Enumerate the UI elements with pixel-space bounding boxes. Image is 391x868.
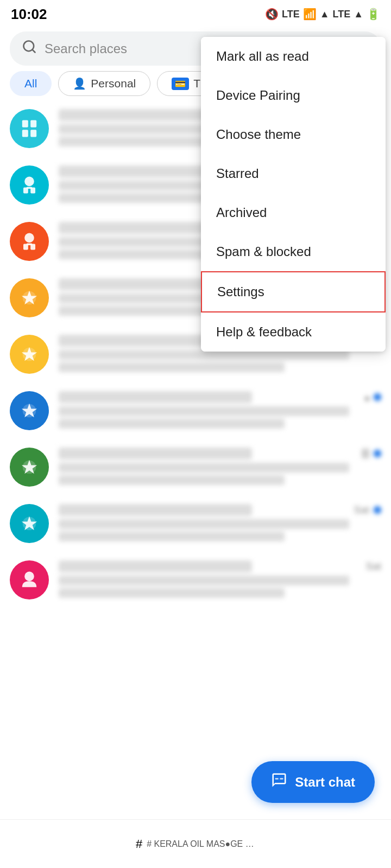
svg-rect-10 (27, 187, 33, 189)
tab-all[interactable]: All (10, 71, 52, 96)
chat-content (59, 391, 381, 429)
chat-item[interactable] (0, 382, 391, 439)
avatar (10, 278, 49, 317)
lte2-icon: LTE (333, 9, 351, 20)
svg-line-1 (32, 49, 35, 52)
avatar (10, 448, 49, 487)
menu-item-device-pairing[interactable]: Device Pairing (201, 76, 386, 115)
chat-item[interactable]: Sat (0, 552, 391, 608)
card-icon: 💳 (172, 78, 189, 90)
chat-item[interactable] (0, 439, 391, 495)
tab-personal[interactable]: 👤 Personal (58, 71, 150, 96)
wifi-icon: 📶 (303, 8, 317, 21)
battery-icon: 🔋 (367, 8, 380, 21)
svg-point-20 (24, 572, 34, 582)
signal2-icon: ▲ (354, 9, 363, 20)
status-bar: 10:02 🔇 LTE 📶 ▲ LTE ▲ 🔋 (0, 0, 391, 27)
avatar (10, 391, 49, 430)
svg-rect-4 (30, 120, 36, 127)
avatar (10, 109, 49, 148)
menu-item-mark-all-read[interactable]: Mark all as read (201, 37, 386, 76)
tab-personal-label: Personal (91, 77, 136, 90)
svg-rect-3 (22, 120, 28, 127)
svg-point-7 (24, 177, 34, 187)
lte-icon: LTE (282, 9, 300, 20)
menu-item-archived[interactable]: Archived (201, 193, 386, 232)
chat-content (59, 448, 381, 485)
bottom-nav-text: # KERALA OIL MAS●GE DONE BY YOU FEMALE T… (147, 839, 255, 849)
search-icon (22, 39, 37, 58)
chat-content: Sat (59, 560, 381, 598)
svg-rect-14 (27, 244, 33, 246)
bottom-nav: # # KERALA OIL MAS●GE DONE BY YOU FEMALE… (0, 819, 391, 868)
signal-icon: ▲ (320, 9, 330, 20)
search-placeholder: Search places (45, 41, 127, 56)
dropdown-menu: Mark all as read Device Pairing Choose t… (201, 37, 386, 352)
svg-rect-5 (22, 130, 28, 137)
svg-rect-21 (275, 778, 279, 780)
status-icons: 🔇 LTE 📶 ▲ LTE ▲ 🔋 (265, 8, 380, 21)
sat-label: Sat (354, 504, 369, 516)
tab-all-label: All (24, 77, 37, 90)
person-icon: 👤 (73, 77, 86, 90)
svg-point-11 (24, 233, 34, 243)
avatar (10, 222, 49, 261)
svg-rect-6 (30, 130, 36, 137)
menu-item-help-feedback[interactable]: Help & feedback (201, 312, 386, 352)
hash-icon: # (136, 837, 142, 851)
menu-item-settings[interactable]: Settings (201, 271, 386, 312)
svg-rect-22 (280, 778, 283, 780)
start-chat-fab[interactable]: Start chat (251, 761, 375, 803)
avatar (10, 165, 49, 205)
menu-item-choose-theme[interactable]: Choose theme (201, 115, 386, 154)
avatar (10, 560, 49, 599)
status-time: 10:02 (11, 6, 47, 23)
chat-content: Sat (59, 504, 381, 541)
bottom-nav-content: # # KERALA OIL MAS●GE DONE BY YOU FEMALE… (125, 837, 266, 851)
menu-item-spam-blocked[interactable]: Spam & blocked (201, 232, 386, 271)
menu-item-starred[interactable]: Starred (201, 154, 386, 193)
avatar (10, 504, 49, 543)
tab-third-label: T (193, 77, 200, 90)
chat-icon (271, 772, 287, 792)
chat-item[interactable]: Sat (0, 495, 391, 552)
start-chat-label: Start chat (295, 775, 355, 790)
mute-icon: 🔇 (265, 8, 279, 21)
avatar (10, 335, 49, 374)
